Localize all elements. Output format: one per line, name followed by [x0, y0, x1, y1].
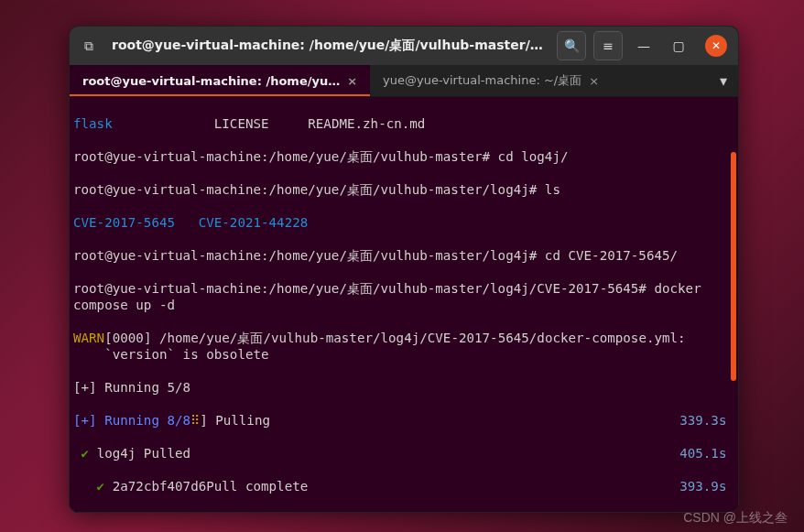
maximize-icon: ▢ [672, 38, 684, 53]
tab-inactive[interactable]: yue@yue-virtual-machine: ~/桌面 × [370, 65, 612, 96]
ls-entry: flask [73, 115, 113, 132]
scrollbar[interactable] [731, 152, 736, 381]
tabbar: root@yue-virtual-machine: /home/yu… × yu… [70, 65, 738, 97]
tabs-dropdown-button[interactable]: ▾ [709, 65, 738, 96]
layer-id: 35b826b31940 [113, 511, 207, 512]
minimize-button[interactable]: — [630, 32, 657, 60]
hamburger-menu-button[interactable]: ≡ [593, 31, 623, 60]
close-button[interactable]: ✕ [705, 35, 727, 57]
time: 405.1s [679, 445, 726, 461]
spinner-icon: ⠿ [190, 412, 200, 429]
layer-status: Pull complete [206, 478, 308, 494]
terminal-line: root@yue-virtual-machine:/home/yue/桌面/vu… [73, 280, 734, 313]
search-icon: 🔍 [564, 38, 580, 53]
ls-entry: CVE-2021-44228 [199, 214, 309, 231]
check-icon: ✔ [73, 445, 97, 461]
progress-prefix: [+] [73, 379, 97, 396]
tab-inactive-label: yue@yue-virtual-machine: ~/桌面 [383, 72, 581, 89]
close-icon: ✕ [712, 39, 721, 52]
new-tab-button[interactable]: ⧉ [77, 34, 101, 58]
ls-entry: LICENSE [214, 115, 269, 132]
terminal-line: Running 5/8 [97, 379, 191, 396]
ls-entry: CVE-2017-5645 [73, 214, 175, 231]
layer-id: 2a72cbf407d6 [113, 478, 207, 494]
terminal-window: ⧉ root@yue-virtual-machine: /home/yue/桌面… [69, 26, 739, 513]
maximize-button[interactable]: ▢ [665, 32, 692, 60]
titlebar: ⧉ root@yue-virtual-machine: /home/yue/桌面… [70, 27, 738, 65]
time: 393.9s [679, 478, 726, 494]
terminal-line: log4j Pulled [97, 445, 191, 461]
window-title: root@yue-virtual-machine: /home/yue/桌面/v… [108, 38, 549, 54]
progress-prefix: [+] Running 8/8 [73, 412, 190, 429]
search-button[interactable]: 🔍 [557, 31, 586, 60]
check-icon: ✔ [73, 511, 113, 512]
menu-icon: ≡ [603, 38, 614, 53]
tab-close-icon[interactable]: × [347, 74, 357, 88]
time: 339.3s [679, 412, 726, 429]
tab-active[interactable]: root@yue-virtual-machine: /home/yu… × [70, 65, 370, 96]
new-tab-icon: ⧉ [84, 38, 93, 54]
warn-label: WARN [73, 330, 104, 363]
minimize-icon: — [637, 38, 650, 53]
terminal-line: root@yue-virtual-machine:/home/yue/桌面/vu… [73, 148, 569, 165]
terminal-line: ] Pulling [200, 412, 270, 429]
check-icon: ✔ [73, 478, 113, 494]
terminal-line: [0000] /home/yue/桌面/vulhub-master/log4j/… [104, 330, 734, 363]
tab-active-label: root@yue-virtual-machine: /home/yu… [82, 74, 340, 88]
terminal-line: root@yue-virtual-machine:/home/yue/桌面/vu… [73, 247, 678, 264]
tab-close-icon[interactable]: × [589, 74, 599, 88]
ls-entry: README.zh-cn.md [308, 115, 425, 132]
watermark: CSDN @上线之叁 [683, 510, 788, 527]
layer-status: Pull complete [206, 511, 308, 512]
chevron-down-icon: ▾ [720, 72, 727, 90]
terminal-body[interactable]: flask LICENSE README.zh-cn.md root@yue-v… [70, 97, 738, 512]
terminal-line: root@yue-virtual-machine:/home/yue/桌面/vu… [73, 181, 560, 198]
